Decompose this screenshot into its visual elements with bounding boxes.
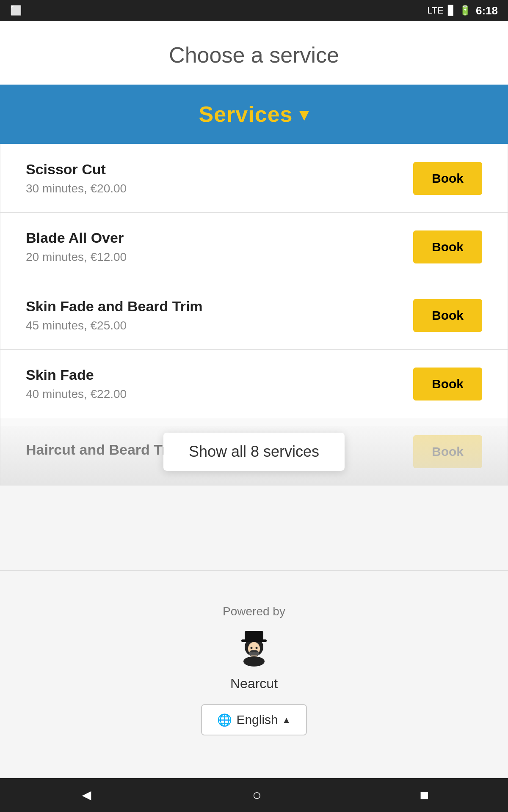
show-all-button[interactable]: Show all 8 services	[163, 433, 345, 471]
nearcut-brand-name: Nearcut	[0, 676, 508, 691]
language-selector[interactable]: 🌐 English ▲	[201, 704, 306, 735]
service-info: Skin Fade and Beard Trim 45 minutes, €25…	[26, 298, 203, 332]
service-info: Haircut and Beard Trim	[26, 442, 184, 462]
service-details: 40 minutes, €22.00	[26, 387, 127, 401]
services-header[interactable]: Services ▾	[0, 85, 508, 144]
back-button[interactable]: ◄	[79, 786, 94, 804]
service-item-blade-all-over: Blade All Over 20 minutes, €12.00 Book	[0, 213, 508, 281]
language-label: English	[236, 713, 278, 727]
recent-apps-button[interactable]: ■	[420, 786, 429, 804]
svg-point-10	[243, 656, 265, 667]
service-item-scissor-cut: Scissor Cut 30 minutes, €20.00 Book	[0, 144, 508, 213]
service-info: Scissor Cut 30 minutes, €20.00	[26, 161, 127, 195]
signal-icon: ▊	[448, 5, 455, 16]
book-button-scissor-cut[interactable]: Book	[413, 162, 482, 195]
service-name: Scissor Cut	[26, 161, 127, 178]
svg-point-8	[254, 650, 258, 653]
chevron-down-icon: ▾	[299, 103, 309, 126]
services-list: Scissor Cut 30 minutes, €20.00 Book Blad…	[0, 144, 508, 486]
service-info: Blade All Over 20 minutes, €12.00	[26, 230, 127, 264]
spacer	[0, 486, 508, 570]
service-info: Skin Fade 40 minutes, €22.00	[26, 367, 127, 401]
battery-icon: 🔋	[459, 5, 471, 16]
status-bar: ⬜ LTE ▊ 🔋 6:18	[0, 0, 508, 21]
powered-by-label: Powered by	[0, 605, 508, 618]
service-item-skin-fade-beard-trim: Skin Fade and Beard Trim 45 minutes, €25…	[0, 281, 508, 350]
nav-bar: ◄ ○ ■	[0, 778, 508, 812]
lte-icon: LTE	[427, 5, 444, 16]
book-button-skin-fade[interactable]: Book	[413, 368, 482, 401]
service-details: 20 minutes, €12.00	[26, 250, 127, 264]
svg-point-4	[251, 647, 253, 649]
show-all-row: Haircut and Beard Trim Book Show all 8 s…	[0, 418, 508, 485]
book-button-skin-fade-beard-trim[interactable]: Book	[413, 299, 482, 332]
service-name: Haircut and Beard Trim	[26, 442, 184, 458]
home-button[interactable]: ○	[252, 786, 262, 804]
svg-point-5	[256, 647, 258, 649]
service-details: 45 minutes, €25.00	[26, 319, 203, 332]
status-time: 6:18	[476, 4, 498, 17]
chevron-up-icon: ▲	[282, 715, 291, 725]
service-name: Blade All Over	[26, 230, 127, 246]
powered-by-section: Powered by Nearcut	[0, 571, 508, 752]
book-button-blade-all-over[interactable]: Book	[413, 230, 482, 263]
service-name: Skin Fade	[26, 367, 127, 383]
svg-rect-2	[245, 631, 263, 640]
book-button-partial: Book	[413, 435, 482, 468]
service-details: 30 minutes, €20.00	[26, 182, 127, 195]
services-header-label: Services	[199, 102, 293, 127]
service-name: Skin Fade and Beard Trim	[26, 298, 203, 315]
nearcut-logo	[233, 627, 275, 669]
services-section: Services ▾ Scissor Cut 30 minutes, €20.0…	[0, 85, 508, 486]
app-icon: ⬜	[10, 5, 22, 16]
globe-icon: 🌐	[217, 713, 232, 727]
page-title: Choose a service	[0, 21, 508, 85]
service-item-skin-fade: Skin Fade 40 minutes, €22.00 Book	[0, 350, 508, 418]
